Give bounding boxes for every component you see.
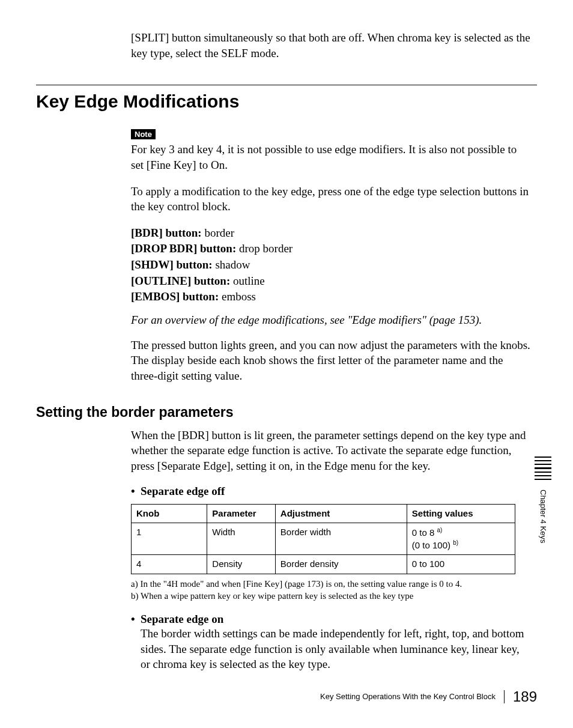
def-bdr-term: [BDR] button:	[131, 226, 202, 239]
intro-top-paragraph: [SPLIT] button simultaneously so that bo…	[131, 30, 531, 61]
def-outline-desc: outline	[230, 275, 265, 287]
footer-section-title: Key Setting Operations With the Key Cont…	[320, 690, 505, 703]
def-embos-term: [EMBOS] button:	[131, 290, 219, 303]
separate-edge-off-label: Separate edge off	[141, 485, 225, 498]
cell-set-l1-sup: a)	[437, 527, 443, 533]
separate-edge-on-text: The border width settings can be made in…	[141, 627, 524, 670]
cell-set-l2-sup: b)	[453, 539, 458, 546]
def-shdw-desc: shadow	[213, 258, 250, 271]
bullet-dot-icon: •	[131, 485, 141, 498]
side-tab-lines-icon	[535, 457, 551, 480]
cell-knob: 4	[132, 555, 207, 574]
def-embos: [EMBOS] button: emboss	[131, 289, 531, 305]
table-header-row: Knob Parameter Adjustment Setting values	[132, 504, 515, 523]
cell-param: Width	[207, 523, 276, 555]
def-bdr: [BDR] button: border	[131, 225, 531, 241]
table-row: 4 Density Border density 0 to 100	[132, 555, 515, 574]
cell-set-l1: 0 to 8	[412, 527, 437, 538]
th-setting-values: Setting values	[407, 504, 515, 523]
note-badge: Note	[131, 129, 156, 139]
section-rule	[36, 85, 537, 85]
section-heading: Key Edge Modifications	[36, 91, 537, 112]
cell-set-l1: 0 to 100	[412, 559, 444, 569]
cell-knob: 1	[132, 523, 207, 555]
apply-text: To apply a modification to the key edge,…	[131, 184, 531, 214]
side-chapter-tab: Chapter 4 Keys	[534, 457, 552, 543]
separate-edge-on-bullet: • Separate edge on The border width sett…	[131, 613, 531, 672]
def-dropbdr-desc: drop border	[236, 242, 293, 255]
separate-edge-off-bullet: • Separate edge off	[131, 485, 531, 498]
border-intro: When the [BDR] button is lit green, the …	[131, 428, 531, 474]
cell-adj: Border width	[275, 523, 407, 555]
def-shdw: [SHDW] button: shadow	[131, 257, 531, 273]
overview-reference: For an overview of the edge modification…	[131, 314, 531, 327]
footer-page-number: 189	[505, 688, 537, 705]
th-adjustment: Adjustment	[275, 504, 407, 523]
def-embos-desc: emboss	[219, 290, 256, 303]
def-dropbdr: [DROP BDR] button: drop border	[131, 241, 531, 257]
def-outline: [OUTLINE] button: outline	[131, 273, 531, 290]
def-bdr-desc: border	[202, 226, 234, 239]
th-knob: Knob	[132, 504, 207, 523]
footnote-b: b) When a wipe pattern key or key wipe p…	[131, 590, 531, 602]
bullet-dot-icon: •	[131, 613, 141, 672]
cell-adj: Border density	[275, 555, 407, 574]
def-dropbdr-term: [DROP BDR] button:	[131, 242, 236, 255]
subsection-heading: Setting the border parameters	[36, 404, 537, 420]
table-row: 1 Width Border width 0 to 8 a) (0 to 100…	[132, 523, 515, 555]
separate-edge-on-label: Separate edge on	[141, 613, 223, 625]
cell-set: 0 to 8 a) (0 to 100) b)	[407, 523, 515, 555]
button-definition-list: [BDR] button: border [DROP BDR] button: …	[131, 225, 531, 305]
cell-param: Density	[207, 555, 276, 574]
def-shdw-term: [SHDW] button:	[131, 258, 213, 271]
side-chapter-label: Chapter 4 Keys	[539, 490, 548, 544]
table-footnotes: a) In the "4H mode" and when [Fine Key] …	[131, 578, 531, 602]
pressed-text: The pressed button lights green, and you…	[131, 338, 531, 384]
cell-set-l2: (0 to 100)	[412, 540, 453, 550]
page-footer: Key Setting Operations With the Key Cont…	[320, 688, 537, 705]
note-text: For key 3 and key 4, it is not possible …	[131, 142, 531, 172]
border-parameters-table: Knob Parameter Adjustment Setting values…	[131, 504, 515, 574]
th-parameter: Parameter	[207, 504, 276, 523]
def-outline-term: [OUTLINE] button:	[131, 275, 230, 287]
cell-set: 0 to 100	[407, 555, 515, 574]
footnote-a: a) In the "4H mode" and when [Fine Key] …	[131, 578, 531, 590]
